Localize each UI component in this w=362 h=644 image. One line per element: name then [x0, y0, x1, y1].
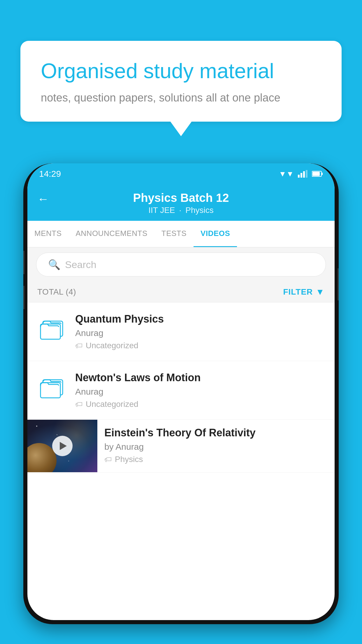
search-bar[interactable]: 🔍 Search: [36, 253, 326, 276]
svg-rect-10: [41, 383, 60, 398]
tag-label: Physics: [115, 455, 143, 464]
speech-bubble: Organised study material notes, question…: [20, 41, 342, 122]
filter-funnel-icon: ▼: [316, 287, 325, 297]
subtitle-separator: ·: [179, 206, 182, 215]
play-triangle-icon: [60, 442, 67, 450]
tag-label: Uncategorized: [86, 400, 138, 409]
status-icons: ▼▼: [279, 169, 323, 178]
speech-bubble-wrapper: Organised study material notes, question…: [20, 41, 342, 122]
volume-down-button: [23, 286, 24, 309]
video-info: Einstein's Theory Of Relativity by Anura…: [97, 420, 335, 471]
total-count: TOTAL (4): [37, 287, 76, 297]
list-item[interactable]: Quantum Physics Anurag 🏷 Uncategorized: [27, 302, 335, 361]
folder-icon-wrapper: [37, 315, 66, 341]
tag-icon: 🏷: [75, 341, 83, 350]
video-title: Quantum Physics: [75, 313, 325, 325]
search-container: 🔍 Search: [27, 247, 335, 282]
video-info: Newton's Laws of Motion Anurag 🏷 Uncateg…: [75, 372, 325, 409]
phone-wrapper: 14:29 ▼▼: [23, 163, 339, 644]
video-tag: 🏷 Uncategorized: [75, 341, 325, 350]
video-author: Anurag: [75, 328, 325, 338]
tag-icon: 🏷: [75, 400, 83, 409]
content-list: Quantum Physics Anurag 🏷 Uncategorized: [27, 302, 335, 473]
play-button[interactable]: [52, 436, 73, 456]
svg-rect-1: [301, 173, 302, 178]
filter-label: FILTER: [283, 287, 313, 297]
folder-icon-wrapper: [37, 373, 66, 400]
tab-videos[interactable]: VIDEOS: [194, 221, 237, 247]
svg-rect-6: [312, 172, 320, 176]
power-button: [338, 268, 339, 300]
phone-device: 14:29 ▼▼: [23, 163, 339, 624]
video-thumbnail: [27, 420, 97, 472]
svg-rect-0: [298, 175, 300, 178]
subtitle-physics: Physics: [185, 206, 213, 215]
filter-row: TOTAL (4) FILTER ▼: [27, 282, 335, 302]
video-info: Quantum Physics Anurag 🏷 Uncategorized: [75, 313, 325, 350]
video-tag: 🏷 Physics: [104, 455, 328, 464]
svg-rect-5: [321, 173, 323, 175]
phone-screen: 14:29 ▼▼: [27, 163, 335, 620]
video-author: by Anurag: [104, 442, 328, 452]
tab-tests[interactable]: TESTS: [154, 221, 194, 247]
status-time: 14:29: [39, 169, 61, 179]
app-header: ← Physics Batch 12 IIT JEE · Physics: [27, 184, 335, 221]
tabs-bar: MENTS ANNOUNCEMENTS TESTS VIDEOS: [27, 221, 335, 247]
search-placeholder: Search: [65, 259, 96, 270]
video-author: Anurag: [75, 387, 325, 397]
speech-bubble-subtitle: notes, question papers, solutions all at…: [41, 92, 321, 104]
list-item[interactable]: Einstein's Theory Of Relativity by Anura…: [27, 420, 335, 473]
svg-rect-2: [303, 171, 305, 178]
wifi-icon: ▼▼: [279, 169, 294, 178]
signal-icon: [298, 170, 308, 178]
speech-bubble-title: Organised study material: [41, 58, 321, 83]
folder-icon: [39, 315, 65, 341]
filter-button[interactable]: FILTER ▼: [283, 287, 325, 297]
tab-ments[interactable]: MENTS: [27, 221, 69, 247]
app-subtitle: IIT JEE · Physics: [148, 206, 214, 215]
tab-announcements[interactable]: ANNOUNCEMENTS: [69, 221, 154, 247]
status-bar: 14:29 ▼▼: [27, 163, 335, 184]
video-title: Newton's Laws of Motion: [75, 372, 325, 384]
folder-icon: [39, 373, 65, 400]
svg-rect-3: [306, 170, 307, 178]
subtitle-iitjee: IIT JEE: [148, 206, 175, 215]
app-title: Physics Batch 12: [133, 191, 229, 204]
search-icon: 🔍: [48, 259, 60, 270]
video-title: Einstein's Theory Of Relativity: [104, 427, 328, 439]
video-tag: 🏷 Uncategorized: [75, 400, 325, 409]
volume-up-button: [23, 251, 24, 274]
svg-rect-8: [41, 324, 60, 339]
tag-icon: 🏷: [104, 455, 112, 464]
back-button[interactable]: ←: [37, 192, 49, 206]
list-item[interactable]: Newton's Laws of Motion Anurag 🏷 Uncateg…: [27, 361, 335, 420]
tag-label: Uncategorized: [86, 341, 138, 350]
battery-icon: [312, 171, 323, 177]
